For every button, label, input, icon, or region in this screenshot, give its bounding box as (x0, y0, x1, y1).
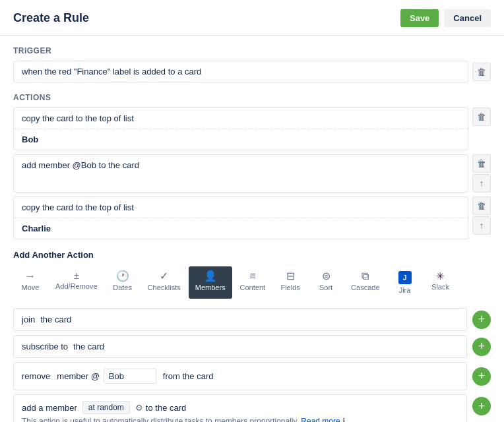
option-remove-member: remove member @ from the card (13, 362, 467, 390)
add-member-label: add a member (22, 403, 77, 413)
tab-fields-label: Fields (280, 284, 299, 291)
tab-jira-label: Jira (399, 286, 411, 294)
tab-checklists[interactable]: ✓ Checklists (141, 266, 187, 299)
add-random-info: This action is useful to automatically d… (22, 417, 346, 422)
action-delete-button-2[interactable]: 🗑 (472, 154, 491, 173)
trigger-label: Trigger (13, 46, 491, 55)
action-row-1: copy the card to the top of list Bob 🗑 (13, 107, 491, 150)
tab-cascade-label: Cascade (351, 284, 379, 291)
delete-icon: 🗑 (477, 111, 486, 122)
action-box-3: copy the card to the top of list Charlie (13, 196, 468, 239)
action-delete-button-1[interactable]: 🗑 (472, 107, 491, 126)
slack-icon: ✳ (436, 271, 445, 281)
dates-icon: 🕐 (116, 271, 129, 282)
save-button[interactable]: Save (400, 9, 439, 27)
move-icon: → (25, 271, 36, 282)
option-row-join: join the card + (13, 308, 491, 331)
option-row-remove-member: remove member @ from the card + (13, 362, 491, 390)
option-row-add-random: add a member at random ⚙ to the card Thi… (13, 394, 491, 422)
tab-sort-label: Sort (319, 284, 332, 291)
delete-icon: 🗑 (477, 200, 486, 211)
add-action-label: Add Another Action (13, 250, 491, 260)
at-random-badge: at random (82, 401, 130, 414)
tab-move-label: Move (22, 284, 40, 291)
tab-members[interactable]: 👤 Members (189, 266, 232, 299)
action-box-2: add member @Bob to the card (13, 154, 468, 193)
tab-checklists-label: Checklists (148, 284, 181, 291)
tab-slack-label: Slack (431, 283, 449, 291)
action-up-button-2[interactable]: ↑ (472, 174, 491, 193)
cascade-icon: ⧉ (362, 271, 369, 282)
join-add-button[interactable]: + (472, 311, 491, 329)
main-content: Trigger when the red "Finance" label is … (0, 36, 504, 422)
subscribe-add-button[interactable]: + (472, 338, 491, 356)
join-target: the card (40, 315, 71, 324)
option-subscribe: subscribe to the card (13, 335, 467, 358)
actions-section: Actions copy the card to the top of list… (13, 93, 491, 239)
action-text-2-main: add member @Bob to the card (14, 155, 468, 175)
action-up-button-3[interactable]: ↑ (472, 216, 491, 235)
join-label: join (22, 315, 35, 324)
tab-content[interactable]: ≡ Content (234, 266, 272, 299)
checklists-icon: ✓ (160, 271, 168, 282)
tab-bar: → Move ± Add/Remove 🕐 Dates ✓ Checklists… (13, 266, 491, 299)
trigger-delete-button[interactable]: 🗑 (472, 63, 491, 81)
action-row-3: copy the card to the top of list Charlie… (13, 196, 491, 239)
tab-dates[interactable]: 🕐 Dates (106, 266, 140, 299)
tab-add-remove-label: Add/Remove (55, 282, 98, 290)
up-icon: ↑ (480, 220, 484, 231)
action-controls-1: 🗑 (472, 107, 491, 150)
random-settings-icon: ⚙ (135, 403, 143, 413)
delete-icon: 🗑 (477, 67, 486, 77)
fields-icon: ⊟ (286, 271, 295, 282)
action-box-1: copy the card to the top of list Bob (13, 107, 468, 150)
subscribe-label: subscribe to (22, 342, 68, 351)
action-delete-button-3[interactable]: 🗑 (472, 196, 491, 215)
tab-cascade[interactable]: ⧉ Cascade (344, 266, 386, 299)
option-row-subscribe: subscribe to the card + (13, 335, 491, 358)
tab-slack[interactable]: ✳ Slack (424, 266, 458, 299)
trigger-box: when the red "Finance" label is added to… (13, 61, 468, 82)
page-header: Create a Rule Save Cancel (0, 0, 504, 36)
info-icon: ℹ (342, 417, 346, 422)
tab-jira[interactable]: J Jira (388, 266, 422, 299)
tab-add-remove[interactable]: ± Add/Remove (49, 266, 104, 299)
jira-icon: J (398, 271, 412, 284)
page-title: Create a Rule (13, 11, 89, 25)
tab-fields[interactable]: ⊟ Fields (273, 266, 307, 299)
remove-member-add-button[interactable]: + (472, 367, 491, 386)
add-action-section: Add Another Action → Move ± Add/Remove 🕐… (13, 250, 491, 299)
to-card-label: to the card (146, 403, 186, 413)
from-card-label: from the card (163, 371, 214, 381)
action-text-3-main: copy the card to the top of list (14, 197, 468, 218)
action-text-1-sub: Bob (14, 129, 468, 150)
content-icon: ≡ (249, 271, 255, 282)
option-join: join the card (13, 308, 467, 331)
action-row-2: add member @Bob to the card 🗑 ↑ (13, 154, 491, 193)
sort-icon: ⊜ (322, 271, 331, 282)
add-remove-icon: ± (74, 271, 79, 280)
member-at-label: member @ (57, 371, 100, 381)
tab-dates-label: Dates (113, 284, 132, 291)
member-options-list: join the card + subscribe to the card + … (13, 308, 491, 422)
members-icon: 👤 (204, 271, 217, 282)
add-random-button[interactable]: + (472, 397, 491, 415)
remove-label: remove (22, 371, 50, 381)
add-random-controls: add a member at random ⚙ to the card (22, 401, 186, 414)
remove-member-input[interactable] (104, 369, 156, 384)
action-controls-2: 🗑 ↑ (472, 154, 491, 193)
read-more-link[interactable]: Read more (301, 417, 340, 422)
cancel-button[interactable]: Cancel (444, 9, 491, 27)
tab-move[interactable]: → Move (13, 266, 47, 299)
header-buttons: Save Cancel (400, 9, 491, 27)
up-icon: ↑ (480, 178, 484, 189)
tab-content-label: Content (240, 284, 266, 291)
trigger-controls: 🗑 (472, 63, 491, 81)
subscribe-target: the card (73, 342, 104, 351)
action-text-3-sub: Charlie (14, 218, 468, 239)
tab-sort[interactable]: ⊜ Sort (309, 266, 343, 299)
option-add-random: add a member at random ⚙ to the card Thi… (13, 394, 467, 422)
tab-members-label: Members (195, 284, 226, 291)
delete-icon: 🗑 (477, 158, 486, 169)
trigger-row: when the red "Finance" label is added to… (13, 61, 491, 82)
